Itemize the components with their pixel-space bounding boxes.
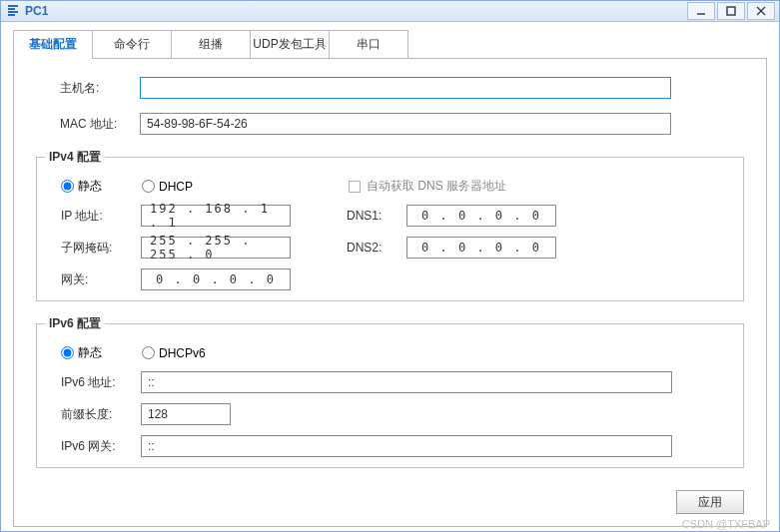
tab-cli[interactable]: 命令行	[92, 30, 172, 58]
tab-multicast[interactable]: 组播	[171, 30, 251, 58]
tab-basic[interactable]: 基础配置	[13, 30, 93, 59]
watermark: CSDN @TXFBAP	[682, 518, 770, 530]
svg-rect-1	[727, 7, 735, 15]
ipv6-prefix-label: 前缀长度:	[37, 406, 131, 423]
ipv6-addr-label: IPv6 地址:	[37, 374, 131, 391]
ip-input[interactable]: 192 . 168 . 1 . 1	[141, 205, 291, 227]
mac-input[interactable]	[140, 113, 671, 135]
mac-label: MAC 地址:	[36, 116, 130, 133]
ipv4-dhcp-radio[interactable]: DHCP	[142, 180, 193, 194]
ipv6-dhcp-radio[interactable]: DHCPv6	[142, 346, 206, 360]
ipv6-gw-input[interactable]	[141, 435, 672, 457]
gateway-label: 网关:	[37, 271, 131, 288]
maximize-button[interactable]	[717, 2, 745, 20]
tab-bar: 基础配置 命令行 组播 UDP发包工具 串口	[13, 30, 767, 59]
dns2-input[interactable]: 0 . 0 . 0 . 0	[406, 237, 556, 259]
ipv6-addr-input[interactable]	[141, 371, 672, 393]
tab-body: 主机名: MAC 地址: IPv4 配置 静态 DHCP 自动获取 DNS 服务…	[13, 59, 767, 527]
hostname-input[interactable]	[140, 77, 671, 99]
tab-serial[interactable]: 串口	[329, 30, 408, 58]
ipv4-legend: IPv4 配置	[45, 149, 105, 166]
window-title: PC1	[25, 4, 687, 18]
minimize-button[interactable]	[687, 2, 715, 20]
dns1-input[interactable]: 0 . 0 . 0 . 0	[406, 205, 556, 227]
ipv4-static-radio[interactable]: 静态	[61, 178, 102, 195]
ipv6-legend: IPv6 配置	[45, 315, 105, 332]
close-button[interactable]	[747, 2, 775, 20]
ipv6-group: IPv6 配置 静态 DHCPv6 IPv6 地址: 前缀长度: IPv6 网关…	[36, 315, 744, 468]
ipv6-gw-label: IPv6 网关:	[37, 438, 131, 455]
app-icon	[5, 3, 21, 19]
ip-label: IP 地址:	[37, 208, 131, 225]
mask-label: 子网掩码:	[37, 240, 131, 257]
ipv6-prefix-input[interactable]	[141, 403, 231, 425]
dns2-label: DNS2:	[347, 241, 396, 255]
ipv6-static-radio[interactable]: 静态	[61, 344, 102, 361]
ipv4-group: IPv4 配置 静态 DHCP 自动获取 DNS 服务器地址 IP 地址:192…	[36, 149, 744, 301]
auto-dns-checkbox[interactable]: 自动获取 DNS 服务器地址	[349, 178, 506, 195]
hostname-label: 主机名:	[36, 80, 130, 97]
mask-input[interactable]: 255 . 255 . 255 . 0	[141, 237, 291, 259]
gateway-input[interactable]: 0 . 0 . 0 . 0	[141, 268, 291, 290]
tab-udp[interactable]: UDP发包工具	[250, 30, 330, 58]
dns1-label: DNS1:	[347, 209, 396, 223]
titlebar: PC1	[1, 1, 779, 22]
apply-button[interactable]: 应用	[676, 490, 744, 514]
